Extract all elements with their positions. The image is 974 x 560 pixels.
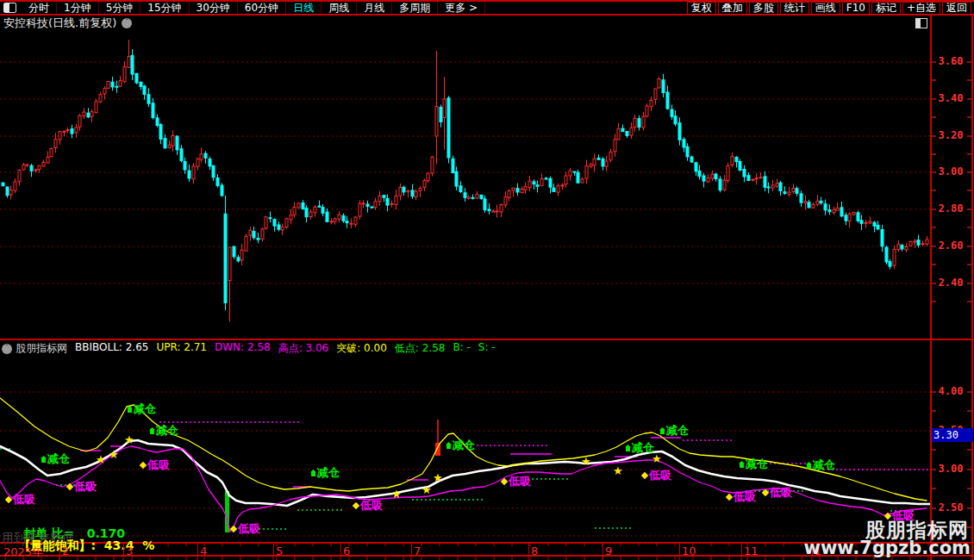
house-icon (659, 427, 665, 434)
star-signal-icon: ★ (109, 451, 119, 459)
house-icon (149, 427, 155, 434)
menu-item-weekly[interactable]: 周线 (322, 2, 357, 14)
indicator-values: 股朋指标网BBIBOLL: 2.65UPR: 2.71DWN: 2.58高点: … (16, 341, 503, 356)
time-axis-month-2: 2 (62, 544, 69, 557)
month-separator (123, 543, 124, 556)
time-axis-month-6: 6 (343, 544, 350, 557)
pane-window-icon[interactable] (915, 18, 927, 28)
chart-canvas[interactable] (0, 0, 974, 560)
house-icon (625, 445, 631, 451)
star-signal-icon: ★ (421, 486, 432, 495)
house-icon (739, 461, 745, 468)
stock-title: 安控科技(日线.前复权) (3, 16, 116, 31)
axis-divider-line (930, 16, 932, 560)
star-signal-icon: ★ (124, 436, 134, 445)
star-signal-icon: ★ (96, 456, 106, 464)
toolbar-button-back[interactable]: 返回 (942, 2, 971, 15)
diamond-icon (66, 483, 73, 490)
time-axis-month-7: 7 (414, 544, 421, 557)
price-tick-3.00: 3.00 (933, 165, 969, 177)
indicator-header-item-0: 股朋指标网 (16, 341, 67, 356)
price-tick-2.60: 2.60 (933, 240, 969, 252)
star-signal-icon: ★ (652, 455, 662, 464)
time-axis-month-5: 5 (276, 544, 283, 557)
diamond-icon (501, 478, 508, 485)
star-signal-icon: ★ (391, 490, 402, 499)
time-axis-month-3: 3 (126, 544, 133, 557)
month-separator (679, 543, 680, 556)
indicator-chevron-icon[interactable]: ˇ (2, 344, 12, 354)
toolbar-button-multi-stock[interactable]: 多股 (749, 2, 778, 15)
indicator-header-item-1: BBIBOLL: 2.65 (75, 341, 148, 356)
chevron-down-icon[interactable]: ˇ (122, 18, 132, 28)
toolbar-button-mark[interactable]: 标记 (871, 2, 901, 15)
menu-item-monthly[interactable]: 月线 (357, 2, 392, 14)
window-icon[interactable] (3, 3, 16, 13)
top-menubar: 分时1分钟5分钟15分钟30分钟60分钟日线周线月线多周期更多 > 复权叠加多股… (0, 0, 974, 16)
menu-item-multi-period[interactable]: 多周期 (392, 2, 438, 14)
time-axis-month-8: 8 (531, 544, 538, 557)
month-separator (59, 543, 60, 556)
trading-app-window: 分时1分钟5分钟15分钟30分钟60分钟日线周线月线多周期更多 > 复权叠加多股… (0, 0, 974, 560)
toolbar-button-f10[interactable]: F10 (842, 2, 870, 15)
month-separator (273, 543, 274, 556)
menu-item-60min[interactable]: 60分钟 (238, 2, 286, 14)
signal-reduce-position: 减仓 (659, 423, 689, 439)
price-tick-3.60: 3.60 (933, 55, 969, 67)
month-separator (411, 543, 412, 556)
indicator-tick-3.00: 3.00 (933, 463, 969, 475)
menu-item-15min[interactable]: 15分钟 (140, 2, 189, 14)
indicator-header-item-3: DWN: 2.58 (215, 341, 271, 356)
month-separator (197, 543, 198, 556)
menu-item-5min[interactable]: 5分钟 (99, 2, 141, 14)
diamond-icon (353, 502, 359, 509)
indicator-tick-4.00: 4.00 (933, 385, 969, 397)
toolbar-button-stats[interactable]: 统计 (780, 2, 809, 15)
time-axis-month-10: 10 (682, 544, 696, 557)
indicator-header-item-5: 突破: 0.00 (336, 341, 387, 356)
price-tick-2.40: 2.40 (933, 277, 969, 289)
menu-item-30min[interactable]: 30分钟 (190, 2, 238, 14)
time-axis-month-4: 4 (200, 544, 207, 557)
signal-low-absorb: 低吸 (727, 489, 756, 505)
signal-low-absorb: 低吸 (6, 492, 35, 507)
current-value-box: 3.30 (932, 428, 973, 442)
house-icon (806, 462, 812, 469)
indicator-header-item-4: 高点: 3.06 (278, 341, 329, 356)
house-icon (446, 442, 452, 449)
star-signal-icon: ★ (433, 474, 443, 482)
signal-low-absorb: 低吸 (353, 498, 383, 513)
menu-item-daily[interactable]: 日线 (286, 2, 322, 14)
star-signal-icon: ★ (613, 467, 623, 476)
price-tick-2.80: 2.80 (933, 202, 969, 215)
month-separator (340, 543, 341, 556)
month-separator (528, 543, 529, 556)
chart-title-bar: 安控科技(日线.前复权) ˇ (0, 16, 927, 30)
tool-menu: 复权叠加多股统计画线F10标记+自选返回 (686, 2, 972, 15)
signal-low-absorb: 低吸 (67, 479, 97, 495)
house-icon (310, 470, 316, 476)
signal-reduce-position: 减仓 (41, 451, 70, 467)
star-signal-icon: ★ (581, 457, 591, 466)
menu-item-1min[interactable]: 1分钟 (57, 2, 99, 14)
watermark-site-url: www.7gpzb.com (803, 538, 971, 558)
signal-reduce-position: 减仓 (149, 423, 178, 439)
house-icon (127, 406, 133, 413)
menu-item-more[interactable]: 更多 > (438, 2, 485, 14)
menu-item-time-sharing[interactable]: 分时 (22, 2, 57, 14)
toolbar-button-adjust[interactable]: 复权 (687, 2, 716, 15)
month-separator (741, 543, 742, 556)
indicator-header-item-8: S: - (478, 341, 496, 356)
signal-low-absorb: 低吸 (231, 521, 260, 537)
diamond-icon (5, 496, 12, 503)
toolbar-button-overlay[interactable]: 叠加 (718, 2, 747, 15)
price-tick-3.40: 3.40 (933, 92, 969, 104)
price-tick-3.20: 3.20 (933, 129, 969, 141)
diamond-icon (230, 526, 237, 532)
indicator-header-item-6: 低点: 2.58 (395, 341, 446, 356)
toolbar-button-draw-line[interactable]: 画线 (811, 2, 840, 15)
diamond-icon (726, 494, 733, 501)
indicator-header: ˇ 股朋指标网BBIBOLL: 2.65UPR: 2.71DWN: 2.58高点… (0, 342, 503, 355)
indicator-header-item-2: UPR: 2.71 (156, 341, 207, 356)
toolbar-button-add-watchlist[interactable]: +自选 (902, 2, 940, 15)
